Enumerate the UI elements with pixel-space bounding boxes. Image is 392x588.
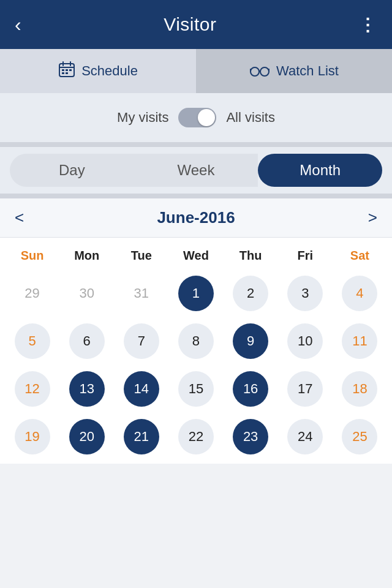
svg-point-9: [251, 67, 259, 76]
day-name-wed: Wed: [168, 245, 223, 266]
calendar-date-15: 15: [178, 371, 214, 407]
toggle-thumb: [198, 109, 215, 126]
calendar-date-21: 21: [124, 419, 159, 454]
menu-button[interactable]: ⋮: [359, 15, 377, 35]
calendar-date-6: 6: [69, 323, 105, 359]
calendar-date-20: 20: [69, 419, 105, 454]
prev-month-button[interactable]: <: [15, 208, 24, 227]
calendar-cell-13[interactable]: 13: [59, 367, 114, 411]
calendar-date-16: 16: [233, 371, 268, 407]
tab-schedule-label: Schedule: [81, 63, 138, 79]
calendar-date-11: 11: [342, 323, 377, 359]
calendar-date-24: 24: [287, 419, 323, 454]
calendar-cell-10[interactable]: 10: [278, 319, 333, 363]
view-week-button[interactable]: Week: [134, 154, 258, 187]
back-button[interactable]: ‹: [15, 15, 21, 34]
svg-rect-7: [62, 72, 64, 74]
day-name-tue: Tue: [114, 245, 168, 266]
calendar-date-25: 25: [342, 419, 377, 454]
calendar-cell-12[interactable]: 12: [5, 367, 59, 411]
calendar-cell-1[interactable]: 1: [168, 271, 223, 315]
calendar-cell-31[interactable]: 31: [114, 271, 168, 315]
my-visits-label: My visits: [117, 110, 168, 126]
calendar-date-13: 13: [69, 371, 105, 407]
calendar-date-4: 4: [342, 276, 377, 311]
calendar-date-19: 19: [15, 419, 50, 454]
app-header: ‹ Visitor ⋮: [0, 0, 392, 49]
calendar-date-31: 31: [124, 276, 159, 311]
tab-schedule[interactable]: Schedule: [0, 49, 196, 93]
calendar-date-2: 2: [233, 276, 268, 311]
calendar-date-14: 14: [124, 371, 159, 407]
visit-toggle[interactable]: [178, 108, 216, 127]
divider-2: [0, 194, 392, 198]
calendar-icon: [58, 61, 75, 82]
svg-point-10: [260, 67, 269, 76]
calendar-date-29: 29: [15, 276, 50, 311]
day-name-sun: Sun: [5, 245, 59, 266]
month-navigation: < June-2016 >: [0, 198, 392, 238]
calendar-grid: 2930311234567891011121314151617181920212…: [0, 269, 392, 464]
view-selector: Day Week Month: [0, 147, 392, 194]
calendar-cell-25[interactable]: 25: [333, 415, 387, 459]
calendar-cell-29[interactable]: 29: [5, 271, 59, 315]
calendar-cell-5[interactable]: 5: [5, 319, 59, 363]
calendar-date-7: 7: [124, 323, 159, 359]
month-title: June-2016: [157, 208, 235, 227]
svg-rect-8: [66, 72, 68, 74]
view-day-button[interactable]: Day: [10, 154, 134, 187]
calendar-cell-3[interactable]: 3: [278, 271, 333, 315]
calendar-cell-30[interactable]: 30: [59, 271, 114, 315]
calendar-cell-16[interactable]: 16: [224, 367, 278, 411]
calendar-date-10: 10: [287, 323, 323, 359]
day-name-thu: Thu: [224, 245, 278, 266]
calendar-cell-9[interactable]: 9: [224, 319, 278, 363]
day-name-sat: Sat: [333, 245, 387, 266]
calendar-cell-2[interactable]: 2: [224, 271, 278, 315]
calendar-date-1: 1: [178, 276, 214, 311]
calendar: SunMonTueWedThuFriSat 293031123456789101…: [0, 238, 392, 464]
next-month-button[interactable]: >: [368, 208, 377, 227]
calendar-date-30: 30: [69, 276, 105, 311]
calendar-date-23: 23: [233, 419, 268, 454]
calendar-date-5: 5: [15, 323, 50, 359]
calendar-date-22: 22: [178, 419, 214, 454]
tab-watchlist[interactable]: Watch List: [196, 49, 392, 93]
view-month-button[interactable]: Month: [258, 154, 382, 187]
calendar-cell-15[interactable]: 15: [168, 367, 223, 411]
tab-bar: Schedule Watch List: [0, 49, 392, 93]
page-title: Visitor: [164, 14, 216, 35]
calendar-date-3: 3: [287, 276, 323, 311]
calendar-date-18: 18: [342, 371, 377, 407]
day-name-mon: Mon: [59, 245, 114, 266]
calendar-cell-6[interactable]: 6: [59, 319, 114, 363]
svg-rect-6: [69, 69, 72, 71]
calendar-cell-17[interactable]: 17: [278, 367, 333, 411]
all-visits-label: All visits: [226, 110, 274, 126]
calendar-cell-20[interactable]: 20: [59, 415, 114, 459]
calendar-date-17: 17: [287, 371, 323, 407]
tab-watchlist-label: Watch List: [276, 63, 339, 79]
calendar-cell-18[interactable]: 18: [333, 367, 387, 411]
divider-1: [0, 142, 392, 147]
svg-rect-5: [66, 69, 68, 71]
calendar-cell-11[interactable]: 11: [333, 319, 387, 363]
calendar-date-9: 9: [233, 323, 268, 359]
calendar-date-8: 8: [178, 323, 214, 359]
day-name-fri: Fri: [278, 245, 333, 266]
visit-toggle-row: My visits All visits: [0, 93, 392, 142]
calendar-cell-22[interactable]: 22: [168, 415, 223, 459]
calendar-day-names: SunMonTueWedThuFriSat: [0, 238, 392, 269]
calendar-cell-21[interactable]: 21: [114, 415, 168, 459]
calendar-cell-23[interactable]: 23: [224, 415, 278, 459]
calendar-cell-8[interactable]: 8: [168, 319, 223, 363]
calendar-cell-7[interactable]: 7: [114, 319, 168, 363]
glasses-icon: [249, 62, 270, 81]
calendar-cell-19[interactable]: 19: [5, 415, 59, 459]
calendar-cell-4[interactable]: 4: [333, 271, 387, 315]
svg-rect-4: [62, 69, 64, 71]
calendar-cell-24[interactable]: 24: [278, 415, 333, 459]
calendar-date-12: 12: [15, 371, 50, 407]
calendar-cell-14[interactable]: 14: [114, 367, 168, 411]
